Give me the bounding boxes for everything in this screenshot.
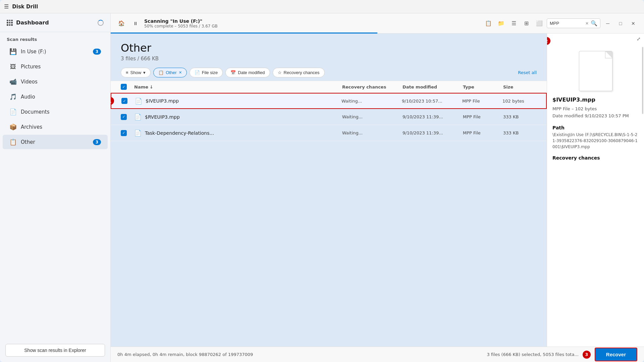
file-size-filter-button[interactable]: 📄 File size: [190, 68, 223, 77]
table-row[interactable]: ✓ 📄 $RVEUIP3.mpp Waiting... 9/10/2023 11…: [111, 109, 547, 125]
date-label: Date modified: [402, 84, 437, 89]
sidebar-item-label: Documents: [21, 109, 101, 115]
sidebar-item-other[interactable]: 📋 Other 3: [3, 135, 108, 149]
page-header: Other 3 files / 666 KB: [111, 34, 547, 64]
preview-expand-button[interactable]: ⤢: [637, 36, 641, 42]
row-checkbox[interactable]: ✓: [121, 114, 127, 120]
sidebar-dashboard[interactable]: Dashboard: [0, 13, 110, 32]
sidebar-item-in-use[interactable]: 💾 In Use (F:) 3: [3, 44, 108, 59]
pictures-icon: 🖼: [9, 63, 17, 70]
sidebar-item-label: Videos: [21, 79, 101, 85]
preview-path-title: Path: [552, 125, 639, 130]
close-button[interactable]: ✕: [628, 18, 639, 29]
type-cell: MPP File: [462, 99, 502, 104]
loader-icon: [98, 20, 104, 26]
page-title: Other: [121, 42, 537, 54]
preview-file-icon-container: [547, 44, 644, 97]
date-modified-filter-button[interactable]: 📅 Date modified: [225, 68, 270, 77]
file-size-icon: 📄: [195, 70, 200, 75]
show-explorer-button[interactable]: Show scan results in Explorer: [5, 344, 105, 357]
recover-button[interactable]: Recover: [595, 348, 637, 361]
folder-icon-btn[interactable]: 📁: [496, 18, 506, 29]
preview-meta-line1: MPP File – 102 bytes: [552, 106, 639, 113]
minimize-button[interactable]: ─: [602, 18, 613, 29]
menu-icon[interactable]: ☰: [4, 3, 9, 10]
table-row[interactable]: ✓ 📄 $IVEUIP3.mpp Waiting... 9/10/2023 10…: [111, 93, 547, 109]
type-column-header[interactable]: Type: [463, 84, 503, 89]
filter-close-icon[interactable]: ✕: [179, 70, 182, 75]
file-icon: 📄: [134, 113, 142, 120]
scan-info: Scanning "In Use (F:)" 50% complete – 50…: [144, 18, 480, 28]
type-label: Type: [463, 84, 474, 89]
reset-all-link[interactable]: Reset all: [518, 70, 537, 75]
filter-bar: ≡ Show ▾ 📋 Other ✕ 📄 File size: [111, 64, 547, 81]
preview-top-bar: ⤢: [547, 34, 644, 44]
table-header: ✓ Name ↓ Recovery chances Date modified: [111, 81, 547, 93]
calendar-icon: 📅: [230, 70, 236, 75]
filter-file-icon: 📋: [158, 70, 164, 75]
filter-icon: ≡: [126, 70, 128, 75]
search-icon[interactable]: 🔍: [591, 20, 597, 26]
toolbar: 🏠 ⏸ Scanning "In Use (F:)" 50% complete …: [111, 13, 644, 34]
size-column-header[interactable]: Size: [503, 84, 537, 89]
sidebar-item-label: Pictures: [21, 64, 101, 70]
sidebar-item-audio[interactable]: 🎵 Audio: [3, 89, 108, 104]
sidebar-item-archives[interactable]: 📦 Archives: [3, 120, 108, 134]
list-view-btn[interactable]: ☰: [508, 18, 519, 29]
sidebar-item-videos[interactable]: 📹 Videos: [3, 74, 108, 89]
file-size-label: File size: [202, 70, 218, 75]
preview-meta-line2: Date modified 9/10/2023 10:57 PM: [552, 113, 639, 120]
other-filter-label: Other: [166, 70, 177, 75]
search-input[interactable]: [550, 21, 583, 26]
name-column-header[interactable]: Name ↓: [134, 84, 342, 89]
file-name: $IVEUIP3.mpp: [146, 98, 179, 104]
toolbar-right: 📋 📁 ☰ ⊞ ⬜ ✕ 🔍 ─ □ ✕: [483, 18, 639, 29]
recovery-column-header[interactable]: Recovery chances: [342, 84, 402, 89]
preview-scrollbar[interactable]: [642, 47, 643, 114]
date-cell: 9/10/2023 11:39...: [402, 130, 463, 135]
page-subtitle: 3 files / 666 KB: [121, 56, 537, 62]
size-cell: 333 KB: [503, 130, 537, 135]
search-clear-icon[interactable]: ✕: [585, 21, 589, 26]
row-checkbox[interactable]: ✓: [121, 98, 127, 104]
recovery-cell: Waiting...: [342, 114, 402, 119]
dashboard-label: Dashboard: [16, 19, 49, 26]
sidebar-item-documents[interactable]: 📄 Documents: [3, 105, 108, 119]
status-right: 3 files (666 KB) selected, 5053 files to…: [487, 348, 637, 361]
sidebar-item-label: Audio: [21, 94, 101, 100]
table-body: ✓ 📄 $IVEUIP3.mpp Waiting... 9/10/2023 10…: [111, 93, 547, 347]
pause-button[interactable]: ⏸: [130, 18, 141, 29]
size-cell: 102 bytes: [502, 99, 536, 104]
recovery-chances-filter-button[interactable]: ☆ Recovery chances: [273, 68, 325, 77]
maximize-button[interactable]: □: [615, 18, 626, 29]
show-filter-button[interactable]: ≡ Show ▾: [121, 68, 151, 77]
size-label: Size: [503, 84, 513, 89]
date-column-header[interactable]: Date modified: [402, 84, 463, 89]
file-name-cell: 📄 Task-Dependency-Relations...: [134, 129, 342, 136]
home-button[interactable]: 🏠: [116, 18, 127, 29]
file-icon: 📄: [135, 98, 142, 105]
show-label: Show: [130, 70, 142, 75]
other-filter-button[interactable]: 📋 Other ✕: [153, 68, 187, 77]
sidebar-badge: 3: [93, 139, 101, 145]
type-cell: MPP File: [463, 130, 503, 135]
videos-icon: 📹: [9, 78, 17, 85]
table-row[interactable]: ✓ 📄 Task-Dependency-Relations... Waiting…: [111, 125, 547, 141]
recovery-label: Recovery chances: [342, 84, 386, 89]
copy-icon-btn[interactable]: 📋: [483, 18, 494, 29]
preview-big-file-icon: [579, 51, 612, 91]
preview-recovery-title: Recovery chances: [552, 155, 639, 161]
titlebar: ☰ Disk Drill: [0, 0, 644, 13]
app-title: Disk Drill: [12, 4, 38, 10]
content-area: Other 3 files / 666 KB ≡ Show ▾ 📋 Other: [111, 34, 644, 347]
sidebar-item-label: Other: [21, 139, 89, 145]
preview-path-value: \Existing\In Use (F:)\$RECYCLE.BIN\S-1-5…: [552, 132, 639, 150]
row-checkbox[interactable]: ✓: [121, 130, 127, 136]
sidebar-item-label: Archives: [21, 124, 101, 130]
sidebar-item-pictures[interactable]: 🖼 Pictures: [3, 59, 108, 74]
grid-view-btn[interactable]: ⊞: [521, 18, 532, 29]
panel-toggle-btn[interactable]: ⬜: [534, 18, 545, 29]
status-right-text: 3 files (666 KB) selected, 5053 files to…: [487, 352, 578, 357]
select-all-checkbox[interactable]: ✓: [121, 84, 127, 90]
scan-results-label: Scan results: [0, 32, 110, 44]
